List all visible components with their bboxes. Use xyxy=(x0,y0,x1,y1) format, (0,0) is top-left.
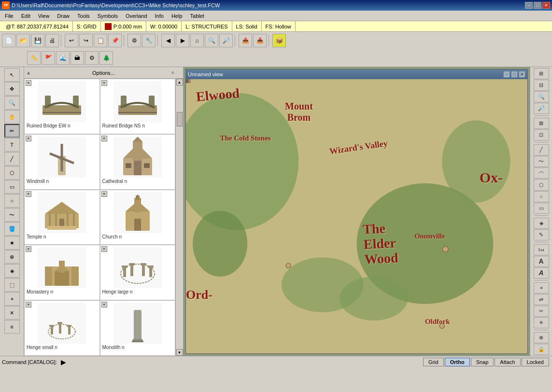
symbol-expand-icon[interactable]: + xyxy=(101,302,107,308)
menu-item-overland[interactable]: Overland xyxy=(122,12,151,20)
circle-button[interactable]: ○ xyxy=(4,194,20,208)
symbol-item-windmill[interactable]: + Windmill n xyxy=(24,134,100,190)
symbol-item-monastery[interactable]: + Monastery n xyxy=(24,245,100,300)
lock-button[interactable]: 🔒 xyxy=(534,344,549,355)
symbol-expand-icon[interactable]: + xyxy=(101,80,107,86)
text-rt-button[interactable]: A xyxy=(534,256,549,267)
symbol-expand-icon[interactable]: + xyxy=(26,246,31,252)
view-all-button[interactable]: ⊠ xyxy=(534,118,549,129)
menu-item-file[interactable]: File xyxy=(1,12,17,20)
text-style-button[interactable]: A xyxy=(534,267,549,279)
tree-button[interactable]: 🌲 xyxy=(99,51,113,65)
redo-button[interactable]: ↪ xyxy=(79,34,93,47)
panel-scrollbar[interactable]: ▲ ▼ xyxy=(175,79,183,356)
freehand-button[interactable]: ✎ xyxy=(534,229,549,240)
symbol-item-henge-small[interactable]: + Henge small n xyxy=(24,300,100,356)
print-button[interactable]: 🖨 xyxy=(45,34,59,47)
save-button[interactable]: 💾 xyxy=(31,34,44,47)
minimize-button[interactable]: − xyxy=(525,2,533,9)
view-minimize-button[interactable]: − xyxy=(503,71,510,78)
symbol-expand-icon[interactable]: + xyxy=(26,191,31,197)
close-button[interactable]: ✕ xyxy=(542,2,550,9)
scrollbar-track[interactable] xyxy=(176,85,183,349)
import-button[interactable]: 📥 xyxy=(253,34,267,47)
properties-button[interactable]: ⚙ xyxy=(127,34,141,47)
export-button[interactable]: 📤 xyxy=(239,34,252,47)
zoom-button[interactable]: 🔍 xyxy=(4,96,20,110)
symbol-item-ruined-bridge-ew[interactable]: + Ruined Bridge EW n xyxy=(24,79,100,134)
paste-button[interactable]: 📌 xyxy=(108,34,122,47)
select-button[interactable]: ↖ xyxy=(4,68,20,82)
symbol-item-cathedral[interactable]: + Cathedral n xyxy=(100,134,176,190)
explode-button[interactable]: ✳ xyxy=(534,317,549,328)
gear-button[interactable]: ⚙ xyxy=(85,51,99,65)
symbol-expand-icon[interactable]: + xyxy=(26,80,31,86)
layer-btn[interactable]: ≡ xyxy=(4,320,20,334)
symbol-item-church[interactable]: + Church n xyxy=(100,190,176,245)
menu-item-help[interactable]: Help xyxy=(168,12,186,20)
symbol-expand-icon[interactable]: + xyxy=(26,136,31,141)
menu-item-draw[interactable]: Draw xyxy=(53,12,73,20)
grid-toggle-button[interactable]: Grid xyxy=(423,358,444,366)
maximize-button[interactable]: □ xyxy=(534,2,541,9)
draw-button[interactable]: ✏ xyxy=(4,124,20,138)
zoom-out-button[interactable]: 🔎 xyxy=(219,34,233,47)
menu-item-view[interactable]: View xyxy=(34,12,54,20)
copy-button[interactable]: 📋 xyxy=(94,34,107,47)
symbol-item-monolith[interactable]: + Monolith n xyxy=(100,300,176,356)
menu-item-symbols[interactable]: Symbols xyxy=(94,12,122,20)
ruler-button[interactable]: 📏 xyxy=(27,51,41,65)
zoom-window-button[interactable]: ⊟ xyxy=(534,80,549,91)
undo-button[interactable]: ↩ xyxy=(65,34,78,47)
menu-item-tools[interactable]: Tools xyxy=(73,12,94,20)
zoom-out-rt-button[interactable]: 🔎 xyxy=(534,103,549,114)
catalog-button[interactable]: 📦 xyxy=(272,34,286,47)
water-button[interactable]: 🌊 xyxy=(56,51,70,65)
symbol-expand-icon[interactable]: + xyxy=(101,246,107,252)
view-close-button[interactable]: ✕ xyxy=(519,71,525,78)
zoom-in-button[interactable]: 🔍 xyxy=(205,34,218,47)
locked-toggle-button[interactable]: Locked xyxy=(522,358,549,366)
line-button[interactable]: ╱ xyxy=(4,152,20,166)
node-edit-button[interactable]: ◈ xyxy=(4,264,20,278)
menu-item-tablet[interactable]: Tablet xyxy=(186,12,208,20)
zoom-in-rt-button[interactable]: 🔍 xyxy=(534,91,549,102)
rect-button[interactable]: ▭ xyxy=(4,180,20,194)
view-maximize-button[interactable]: □ xyxy=(511,71,518,78)
menu-item-info[interactable]: Info xyxy=(151,12,168,20)
view-controls[interactable]: − □ ✕ xyxy=(503,71,525,78)
view-select-button[interactable]: ⊡ xyxy=(534,129,549,140)
scroll-up-arrow[interactable]: ▲ xyxy=(176,79,183,85)
draw-arc-rt-button[interactable]: ◠ xyxy=(534,168,549,179)
symbol-item-henge-large[interactable]: + Henge large n xyxy=(100,245,176,300)
mountain-button[interactable]: 🏔 xyxy=(71,51,84,65)
mirror-button[interactable]: ⇌ xyxy=(534,294,549,305)
symbol-item-ruined-bridge-ns[interactable]: + Ruined Bridge NS n xyxy=(100,79,176,134)
measure-rt-button[interactable]: ⌖ xyxy=(534,282,549,294)
zoom-extents-button[interactable]: ⊞ xyxy=(534,68,549,79)
symbol-button[interactable]: ★ xyxy=(4,236,20,250)
pan-home-button[interactable]: ⌂ xyxy=(190,34,204,47)
attach-toggle-button[interactable]: Attach xyxy=(495,358,520,366)
pan-right-button[interactable]: ▶ xyxy=(176,34,189,47)
ortho-toggle-button[interactable]: Ortho xyxy=(445,358,470,366)
trim-button[interactable]: ✂ xyxy=(534,306,549,317)
panel-options-icon[interactable]: ≡ xyxy=(171,70,181,75)
group-button[interactable]: ⬚ xyxy=(4,278,20,292)
symbol-item-temple[interactable]: + Temple n xyxy=(24,190,100,245)
curve-button[interactable]: 〜 xyxy=(4,208,20,222)
new-button[interactable]: 📄 xyxy=(2,34,15,47)
symbol-expand-icon[interactable]: + xyxy=(26,302,31,308)
scroll-thumb[interactable] xyxy=(177,112,183,126)
poly-button[interactable]: ⬡ xyxy=(4,166,20,180)
move-button[interactable]: ✥ xyxy=(4,82,20,96)
symbol-expand-icon[interactable]: + xyxy=(101,191,107,197)
measure-button[interactable]: ⌖ xyxy=(4,292,20,306)
text-button[interactable]: T xyxy=(4,138,20,152)
map-canvas[interactable]: Elwood MountBrom The Cold Stones Wizard'… xyxy=(186,79,527,353)
snap-point-button[interactable]: ⊕ xyxy=(4,250,20,264)
fill-button[interactable]: 🪣 xyxy=(4,222,20,236)
snap-rt-button[interactable]: ⊕ xyxy=(534,332,549,343)
delete-button[interactable]: ✕ xyxy=(4,306,20,320)
scroll-down-arrow[interactable]: ▼ xyxy=(176,349,183,356)
